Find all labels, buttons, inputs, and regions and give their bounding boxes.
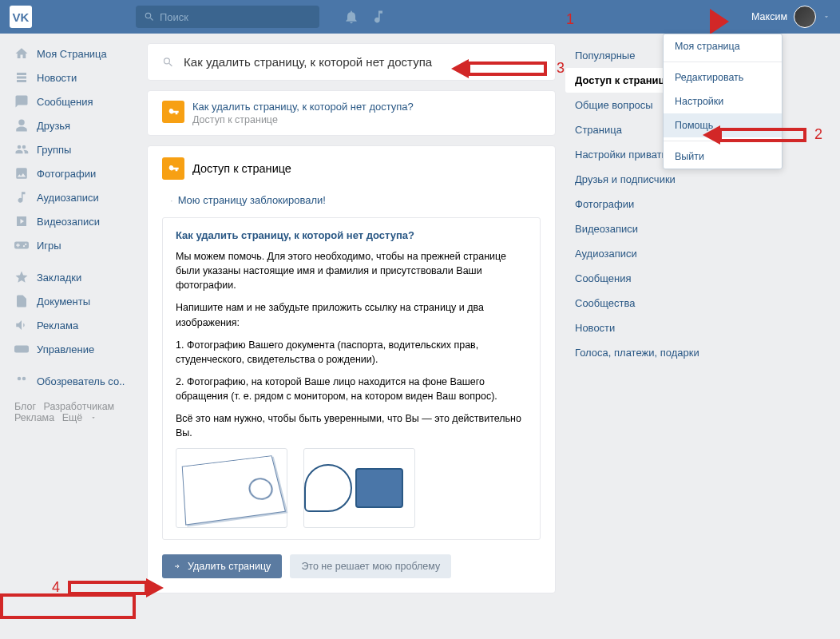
sidebar-item-label: Видеозаписи [37,216,100,228]
footer-devs[interactable]: Разработчикам [44,401,115,412]
category-audio[interactable]: Аудиозаписи [565,241,763,266]
sidebar-item-label: Управление [37,343,94,355]
category-video[interactable]: Видеозаписи [565,216,763,241]
menu-my-page[interactable]: Моя страница [664,34,782,58]
section-title: Доступ к странице [192,162,291,175]
sidebar-item-groups[interactable]: Группы [10,137,137,161]
illustration-document [176,448,287,528]
music-icon[interactable] [370,9,386,25]
article-link-blocked[interactable]: ·Мою страницу заблокировали! [162,191,541,212]
search-result-card[interactable]: Как удалить страницу, к которой нет дост… [147,90,556,136]
user-menu-trigger[interactable]: Максим [751,6,830,28]
sidebar-item-label: Обозреватель со.. [37,375,125,387]
annotation-number-3: 3 [557,60,565,77]
key-icon [162,157,184,180]
annotation-number-1: 1 [566,11,574,28]
sidebar-item-audio[interactable]: Аудиозаписи [10,185,137,209]
menu-edit[interactable]: Редактировать [664,65,782,89]
annotation-arrow-2 [719,128,806,142]
arrow-right-icon [173,562,183,571]
key-icon [162,101,184,123]
article-paragraph: Мы можем помочь. Для этого необходимо, ч… [176,249,527,292]
article-paragraph: 2. Фотографию, на которой Ваше лицо нахо… [176,375,527,403]
sidebar-item-games[interactable]: Игры [10,233,137,257]
chevron-down-icon [90,415,97,421]
footer-ads[interactable]: Реклама [14,412,54,423]
global-search[interactable]: Поиск [136,6,319,28]
footer-more[interactable]: Ещё [62,412,97,423]
search-placeholder: Поиск [160,11,188,23]
article-paragraph: Напишите нам и не забудьте приложить ссы… [176,300,527,329]
annotation-number-4: 4 [52,579,60,596]
avatar [794,6,816,28]
delete-page-button[interactable]: Удалить страницу [162,554,282,578]
sidebar-item-news[interactable]: Новости [10,65,137,89]
article-title: Как удалить страницу, к которой нет дост… [176,229,527,241]
sidebar-item-label: Группы [37,144,71,156]
category-messages[interactable]: Сообщения [565,266,763,291]
sidebar-item-label: Друзья [37,120,70,132]
annotation-arrow-4 [68,581,148,595]
sidebar-item-label: Фотографии [37,168,96,180]
user-name: Максим [751,11,787,22]
footer-links: Блог Разработчикам Реклама Ещё [10,393,137,431]
bell-icon[interactable] [343,9,359,25]
sidebar-item-bookmarks[interactable]: Закладки [10,265,137,289]
category-payments[interactable]: Голоса, платежи, подарки [565,340,763,365]
main-column: Как удалить страницу, к которой нет дост… [147,34,556,593]
sidebar-item-label: Аудиозаписи [37,192,99,204]
result-title: Как удалить страницу, к которой нет дост… [192,101,414,113]
search-icon [144,11,155,22]
sidebar-item-ads[interactable]: Реклама [10,313,137,337]
not-helpful-button[interactable]: Это не решает мою проблему [290,554,451,578]
annotation-number-2: 2 [814,126,822,143]
sidebar-item-community-browser[interactable]: Обозреватель со.. [10,369,137,393]
sidebar-item-label: Закладки [37,272,81,284]
sidebar-item-messages[interactable]: Сообщения [10,89,137,113]
footer-blog[interactable]: Блог [14,401,36,412]
content-card: Доступ к странице ·Мою страницу заблокир… [147,145,556,593]
category-friends[interactable]: Друзья и подписчики [565,167,763,192]
sidebar-item-label: Игры [37,240,61,252]
article-paragraph: 1. Фотографию Вашего документа (паспорта… [176,338,527,367]
annotation-arrow-1 [0,593,136,619]
sidebar-item-label: Новости [37,72,77,84]
article-box: Как удалить страницу, к которой нет дост… [162,217,541,540]
profile-dropdown: Моя страница Редактировать Настройки Пом… [663,34,783,169]
top-icons [343,9,386,25]
sidebar-item-friends[interactable]: Друзья [10,113,137,137]
sidebar-item-label: Моя Страница [37,48,107,60]
annotation-arrow-3 [467,62,547,76]
sidebar-item-my-page[interactable]: Моя Страница [10,42,137,65]
sidebar: Моя Страница Новости Сообщения Друзья Гр… [10,34,137,593]
illustration-support [303,448,415,528]
menu-settings[interactable]: Настройки [664,89,782,113]
vk-logo[interactable]: VK [10,6,32,28]
chevron-down-icon [822,13,830,21]
sidebar-item-label: Документы [37,296,90,308]
category-communities[interactable]: Сообщества [565,291,763,316]
article-paragraph: Всё это нам нужно, чтобы быть уверенными… [176,411,527,440]
sidebar-item-manage[interactable]: Управление [10,337,137,361]
sidebar-item-label: Сообщения [37,96,93,108]
menu-separator [664,62,782,62]
category-photos[interactable]: Фотографии [565,192,763,216]
sidebar-item-photos[interactable]: Фотографии [10,161,137,185]
sidebar-item-documents[interactable]: Документы [10,289,137,313]
menu-logout[interactable]: Выйти [664,145,782,169]
annotation-arrowhead-1 [710,9,729,34]
sidebar-item-video[interactable]: Видеозаписи [10,209,137,233]
sidebar-item-label: Реклама [37,320,78,331]
search-icon [162,56,174,69]
category-news[interactable]: Новости [565,316,763,340]
result-subtitle: Доступ к странице [192,114,414,125]
button-label: Удалить страницу [188,561,271,572]
